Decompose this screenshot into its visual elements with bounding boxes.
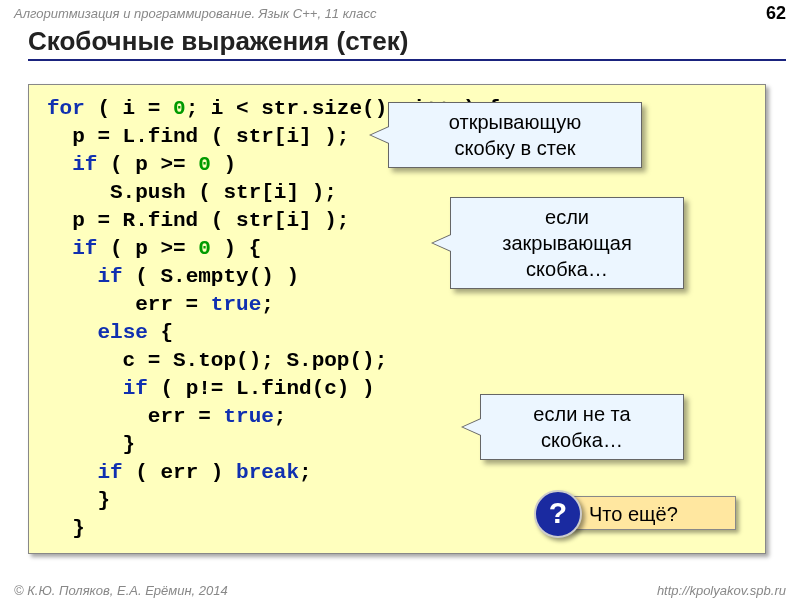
footer: © К.Ю. Поляков, Е.А. Ерёмин, 2014 http:/… [0, 583, 800, 598]
title-underline [28, 59, 786, 61]
question-text: Что ещё? [589, 503, 678, 525]
copyright: © К.Ю. Поляков, Е.А. Ерёмин, 2014 [14, 583, 228, 598]
callout-wrong-bracket: если не та скобка… [480, 394, 684, 460]
footer-url: http://kpolyakov.spb.ru [657, 583, 786, 598]
question-icon: ? [534, 490, 582, 538]
header-bar: Алгоритмизация и программирование. Язык … [0, 0, 800, 24]
page-number: 62 [766, 3, 786, 24]
slide-title: Скобочные выражения (стек) [28, 26, 800, 59]
question-box: Что ещё? [560, 496, 736, 530]
callout-open-bracket: открывающую скобку в стек [388, 102, 642, 168]
callout-close-bracket: если закрывающая скобка… [450, 197, 684, 289]
course-label: Алгоритмизация и программирование. Язык … [14, 6, 376, 21]
